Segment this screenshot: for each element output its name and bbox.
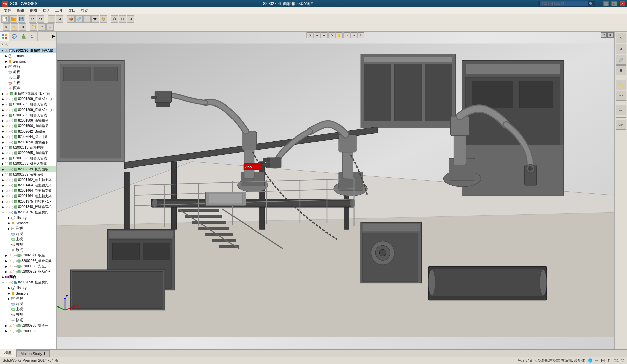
tab-feature-tree[interactable] [0,32,9,41]
con-btn[interactable]: Con [616,120,626,130]
expand-arrow[interactable]: ▶ [7,227,11,230]
menu-help[interactable]: 帮助 [78,7,91,14]
tree-item-subpart-3[interactable]: ▶ ⚠ (−) 82000958_安全开 [0,264,56,269]
tree-item-right2[interactable]: 右视 [0,242,56,247]
options-btn[interactable]: ⚙ [56,15,63,23]
undo-btn[interactable]: ↩ [29,15,36,23]
tree-item-part-17[interactable]: ▶ ⚠ (−) 82001462_电主轴支架 [0,177,56,183]
tree-item-sensors1[interactable]: ▶ Sensors [0,59,56,64]
redo-btn[interactable]: ↪ [37,15,44,23]
tab-config-manager[interactable] [19,32,28,41]
tree-item-subasm-2[interactable]: ▼ ⚠ (−) 82002058_板金房间 [0,280,56,285]
curves-btn[interactable]: 〰 [616,91,626,101]
expand-arrow[interactable]: ▶ [1,200,5,203]
expand-arrow[interactable] [5,76,8,79]
search-input[interactable] [540,1,588,6]
tree-item-part-5[interactable]: ▶ (−) 82001239_机器人管线 [0,113,56,118]
tree-item-part-16[interactable]: ▶ (−) 82002239_长安面板 [0,172,56,177]
rebuild-btn[interactable]: ⚡ [48,15,55,23]
tree-item-subpart-1[interactable]: ▶ ⚠ (−) 82002071_板金 [0,253,56,258]
menu-insert[interactable]: 插入 [40,7,53,14]
hide-show-btn[interactable]: 👁 [358,32,364,38]
menu-view[interactable]: 视图 [27,7,40,14]
open-btn[interactable] [9,15,17,23]
expand-arrow[interactable] [7,318,11,322]
tree-item-origin[interactable]: 原点 [0,86,56,91]
restore-button[interactable]: □ [611,1,617,6]
tree-item-part-9[interactable]: ▶ ⚠ (−) 82002644_<1>（新 [0,134,56,140]
expand-arrow[interactable] [5,70,8,74]
expand-arrow[interactable]: ▶ [1,97,5,101]
expand-arrow[interactable]: ▶ [1,114,5,117]
expand-arrow[interactable] [7,238,11,241]
tree-item-part-4[interactable]: ▶ ⚠ (−) 82001209_底板<2>（曲 [0,107,56,113]
expand-arrow[interactable]: ▶ [1,157,5,160]
tree-item-front3[interactable]: 前视 [0,301,56,307]
menu-window[interactable]: 窗口 [65,7,78,14]
zoom-fit-btn[interactable]: ⊡ [307,32,314,38]
pattern-btn[interactable]: ⊞ [616,65,626,75]
close-button[interactable]: ✕ [620,1,625,6]
tree-item-part-8[interactable]: ▶ ⚠ (−) 82002642_Brothe [0,129,56,134]
linear-pattern-btn[interactable]: ⊞ [83,15,91,23]
tree-item-mates[interactable]: ▶ 配合 [0,274,56,280]
view-orient-btn[interactable]: ⬡ [111,15,118,23]
expand-arrow[interactable] [7,248,11,252]
zoom-in-btn[interactable]: ⊕ [314,32,321,38]
expand-arrow[interactable]: ▶ [1,194,5,198]
tree-item-part-15[interactable]: ▶ ⚠ (−) 82002239_长安面板 [0,166,56,172]
tree-item-subpart-6[interactable]: ▶ ⚠ (−) 82000963... [0,328,56,334]
tree-item-part-2[interactable]: ▶ ⚠ (−) 82001209_底板<1>（曲 [0,96,56,102]
expand-arrow[interactable] [5,81,8,85]
expand-arrow[interactable]: ▶ [1,146,5,149]
tab-dimxpert[interactable]: Σ [28,32,38,41]
expand-arrow[interactable]: ▶ [5,54,8,58]
tree-item-right3[interactable]: 右视 [0,312,56,317]
tree-item-right-plane[interactable]: 右视 [0,80,56,86]
expand-arrow[interactable]: ▶ [5,324,8,327]
expand-arrow[interactable]: ▶ [5,265,8,268]
show-hide-btn[interactable]: 👁 [91,15,99,23]
tree-item-history2[interactable]: ▶ History [0,215,56,220]
split-view-btn[interactable]: ⊞ [607,32,614,38]
tree-item-sensors3[interactable]: ▶ Sensors [0,291,56,296]
clearance-btn[interactable]: ↔ [46,23,54,31]
tab-model[interactable]: 模型 [0,349,16,357]
ref-geo-btn[interactable]: 📐 [11,23,18,31]
expand-arrow[interactable] [7,313,11,316]
tree-item-part-13[interactable]: ▶ (−) 82001383_机器人管线 [0,156,56,161]
expand-arrow[interactable]: ▶ [7,286,11,290]
expand-arrow[interactable]: ▶ [5,270,8,273]
expand-arrow[interactable]: ▶ [1,205,5,209]
expand-arrow[interactable]: ▶ [1,141,5,144]
tree-item-part-6[interactable]: ▶ ⚠ (−) 82001506_曲轴箱另 [0,118,56,123]
tree-item-history1[interactable]: ▶ History [0,53,56,59]
tree-item-origin2[interactable]: 原点 [0,247,56,253]
tree-item-part-1[interactable]: ▶ ⚠ 曲轴箱下体底板<1>（曲 [0,91,56,96]
minimize-button[interactable]: ─ [603,1,609,6]
explode-btn[interactable]: 💥 [30,23,37,31]
customize-text[interactable]: 自定义 [613,358,624,363]
tree-item-front-plane[interactable]: 前视 [0,69,56,75]
expand-arrow[interactable] [7,308,11,311]
display-style-btn[interactable]: □ [119,15,126,23]
tree-item-part-21[interactable]: ▶ ⚠ (−) 82001975_翻转机<1> [0,199,56,204]
tab-property-manager[interactable]: P [9,32,19,41]
new-btn[interactable] [1,15,9,23]
tree-item-part-20[interactable]: ▶ ⚠ (−) 82001464_电主轴支架 [0,193,56,199]
pan-btn[interactable]: ✋ [336,32,343,38]
tree-item-part-11[interactable]: ▶ (−) 82002613_两种程序 [0,145,56,150]
menu-tools[interactable]: 工具 [53,7,65,14]
expand-arrow[interactable]: ▶ [7,221,11,225]
expand-arrow[interactable] [7,243,11,246]
mate-right-btn[interactable]: 🔗 [616,55,626,65]
rotate-btn[interactable]: ↻ [329,32,335,38]
reference-geo-btn[interactable]: 📐 [616,80,626,90]
tab-motion-study[interactable]: Motion Study 1 [16,350,50,357]
tree-item-history3[interactable]: ▶ History [0,285,56,291]
expand-arrow[interactable]: ▶ [5,60,8,63]
expand-arrow[interactable]: ▶ [1,173,5,176]
expand-arrow[interactable]: ▶ [1,130,5,133]
display-btn[interactable]: □ [344,32,350,38]
expand-arrow[interactable]: ▼ [1,49,4,52]
